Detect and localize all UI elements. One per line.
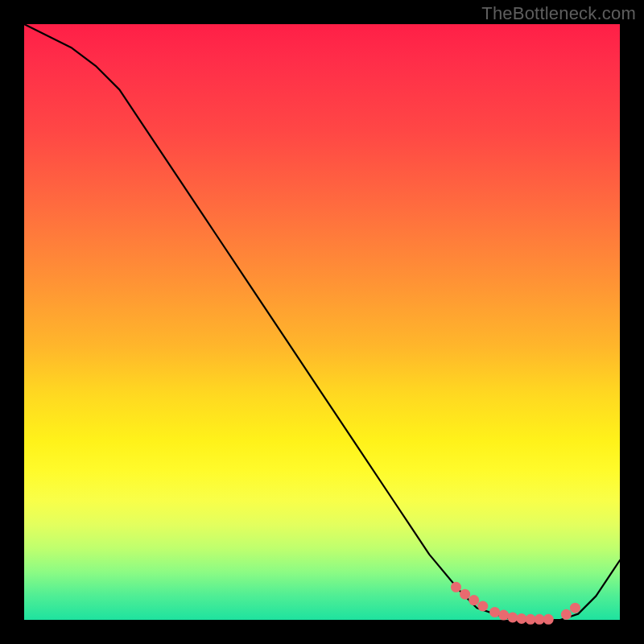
marker-dot xyxy=(516,613,526,624)
chart-svg xyxy=(24,24,620,620)
marker-dot xyxy=(469,595,479,605)
marker-dot xyxy=(498,610,509,621)
marker-dot xyxy=(489,607,500,617)
marker-dot xyxy=(477,601,488,612)
marker-dot xyxy=(507,613,518,623)
marker-dot xyxy=(535,614,545,625)
watermark-text: TheBottleneck.com xyxy=(481,3,636,24)
marker-dot xyxy=(543,614,554,625)
marker-group xyxy=(451,582,580,625)
plot-area xyxy=(24,24,620,620)
bottleneck-curve xyxy=(24,24,620,620)
marker-dot xyxy=(561,609,572,620)
chart-frame: TheBottleneck.com xyxy=(0,0,644,644)
marker-dot xyxy=(526,614,536,625)
marker-dot xyxy=(460,589,470,600)
marker-dot xyxy=(451,582,461,592)
marker-dot xyxy=(570,603,580,613)
